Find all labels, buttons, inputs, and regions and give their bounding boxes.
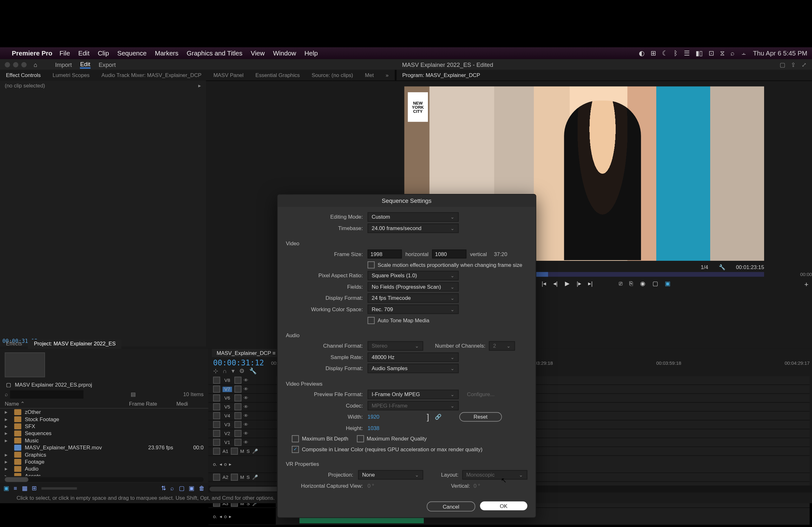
project-item[interactable]: ▸Graphics bbox=[0, 451, 208, 458]
menu-window[interactable]: Window bbox=[273, 50, 296, 57]
timebase-select[interactable]: 24.00 frames/second⌄ bbox=[368, 223, 459, 233]
freeform-icon[interactable]: ⊞ bbox=[32, 484, 37, 491]
tab-source[interactable]: Source: (no clips) bbox=[306, 72, 359, 78]
menu-view[interactable]: View bbox=[250, 50, 264, 57]
menu-clip[interactable]: Clip bbox=[98, 50, 109, 57]
program-zoom[interactable]: 1/4 bbox=[701, 264, 708, 270]
menu-graphics[interactable]: Graphics and Titles bbox=[187, 50, 243, 57]
tab-project[interactable]: Project: MASV Explainer 2022_ES bbox=[28, 340, 121, 349]
minimize-icon[interactable] bbox=[13, 62, 18, 67]
link-icon[interactable]: 🔗 bbox=[435, 414, 441, 420]
project-item[interactable]: ▸Music bbox=[0, 437, 208, 444]
wrench-icon[interactable]: 🔧 bbox=[249, 368, 256, 375]
close-icon[interactable] bbox=[5, 62, 10, 67]
tray-icon[interactable]: ☰ bbox=[684, 49, 690, 57]
find-icon[interactable]: ⌕ bbox=[170, 484, 174, 491]
cancel-button[interactable]: Cancel bbox=[426, 501, 475, 511]
out-point-icon[interactable]: ▸| bbox=[588, 280, 593, 287]
tab-metadata[interactable]: Met bbox=[359, 72, 380, 78]
step-back-icon[interactable]: ◂| bbox=[553, 280, 557, 287]
tray-icon[interactable]: ☾ bbox=[662, 49, 668, 57]
tab-lumetri-scopes[interactable]: Lumetri Scopes bbox=[47, 72, 96, 78]
tab-audio-track-mixer[interactable]: Audio Track Mixer: MASV_Explainer_DCP bbox=[96, 72, 207, 78]
pixel-aspect-select[interactable]: Square Pixels (1.0)⌄ bbox=[368, 271, 459, 281]
control-center-icon[interactable]: ⫠ bbox=[741, 50, 747, 57]
tray-icon[interactable]: ⊡ bbox=[709, 49, 714, 57]
preview-height[interactable]: 1038 bbox=[368, 425, 379, 431]
timeline-sequence-tab[interactable]: MASV_Explainer_DCP ≡ bbox=[212, 349, 280, 357]
display-format-select[interactable]: 24 fps Timecode⌄ bbox=[368, 293, 459, 303]
trash-icon[interactable]: 🗑 bbox=[199, 484, 205, 491]
audio-display-format-select[interactable]: Audio Samples⌄ bbox=[368, 364, 459, 373]
icon-view-icon[interactable]: ▦ bbox=[22, 484, 27, 491]
project-list[interactable]: ▸zOther▸Stock Footage▸SFX▸Sequences▸Musi… bbox=[0, 408, 208, 476]
menu-file[interactable]: File bbox=[60, 50, 70, 57]
ok-button[interactable]: OK bbox=[480, 501, 527, 510]
snap-icon[interactable]: ⊹ bbox=[213, 368, 218, 375]
col-name[interactable]: Name ⌃ bbox=[5, 401, 129, 407]
project-search-input[interactable] bbox=[10, 390, 84, 398]
project-item[interactable]: ▸Sequences bbox=[0, 430, 208, 437]
menu-sequence[interactable]: Sequence bbox=[117, 50, 147, 57]
link-icon[interactable]: ∩ bbox=[223, 368, 227, 375]
tab-effects[interactable]: Effects bbox=[0, 340, 28, 349]
project-item[interactable]: ▸zOther bbox=[0, 408, 208, 416]
app-name[interactable]: Premiere Pro bbox=[12, 50, 52, 57]
editing-mode-select[interactable]: Custom⌄ bbox=[368, 212, 459, 222]
timeline-timecode[interactable]: 00:00:31:12 bbox=[213, 358, 264, 367]
project-thumbnail[interactable] bbox=[5, 352, 45, 377]
workspace-export[interactable]: Export bbox=[99, 61, 116, 68]
arrow-icon[interactable]: ▸ bbox=[198, 83, 201, 89]
reset-button[interactable]: Reset bbox=[459, 412, 502, 422]
add-button-icon[interactable]: + bbox=[804, 280, 809, 288]
tab-program[interactable]: Program: MASV_Explainer_DCP bbox=[396, 72, 486, 78]
auto-tone-map-checkbox[interactable] bbox=[368, 317, 375, 323]
menubar-datetime[interactable]: Thu Apr 6 5:45 PM bbox=[753, 50, 807, 57]
comparison-icon[interactable]: ▣ bbox=[665, 280, 670, 287]
projection-select[interactable]: None⌄ bbox=[358, 470, 423, 480]
project-item[interactable]: ▸Assets bbox=[0, 472, 208, 476]
extract-icon[interactable]: ⎘ bbox=[629, 280, 633, 287]
project-item[interactable]: ▸Stock Footage bbox=[0, 416, 208, 423]
wrench-icon[interactable]: 🔧 bbox=[719, 264, 725, 270]
quick-export-icon[interactable]: ▢ bbox=[780, 61, 785, 68]
home-icon[interactable]: ⌂ bbox=[34, 61, 37, 68]
export-frame-icon[interactable]: ▢ bbox=[652, 280, 658, 287]
scale-motion-checkbox[interactable] bbox=[368, 261, 375, 268]
zoom-icon[interactable] bbox=[21, 62, 27, 67]
new-item-icon[interactable]: ▣ bbox=[3, 484, 9, 491]
marker-icon[interactable]: ▾ bbox=[232, 368, 234, 375]
project-item[interactable]: ▸Audio bbox=[0, 466, 208, 472]
sort-icon[interactable]: ⇅ bbox=[161, 484, 166, 491]
tab-overflow-icon[interactable]: » bbox=[380, 72, 395, 78]
col-framerate[interactable]: Frame Rate bbox=[129, 401, 176, 407]
sample-rate-select[interactable]: 48000 Hz⌄ bbox=[368, 352, 459, 362]
battery-icon[interactable]: ▮▯ bbox=[696, 49, 702, 57]
folder-icon[interactable]: ▤ bbox=[131, 391, 136, 397]
project-item[interactable]: ▸Footage bbox=[0, 458, 208, 465]
search-icon[interactable]: ⌕ bbox=[730, 50, 735, 57]
new-bin-icon[interactable]: ▢ bbox=[179, 484, 184, 491]
frame-height-input[interactable]: 1080 bbox=[432, 250, 466, 258]
search-icon[interactable]: ⌕ bbox=[5, 391, 8, 397]
tab-masv-panel[interactable]: MASV Panel bbox=[207, 72, 250, 78]
col-media[interactable]: Medi bbox=[176, 401, 188, 407]
camera-icon[interactable]: ◉ bbox=[640, 280, 646, 287]
lift-icon[interactable]: ⎚ bbox=[619, 280, 622, 287]
list-view-icon[interactable]: ≡ bbox=[14, 484, 17, 491]
menu-markers[interactable]: Markers bbox=[155, 50, 178, 57]
workspace-import[interactable]: Import bbox=[55, 61, 72, 68]
maximize-icon[interactable]: ⤢ bbox=[801, 61, 806, 68]
new-item-icon[interactable]: ▣ bbox=[189, 484, 194, 491]
project-hscroll[interactable] bbox=[5, 477, 204, 482]
step-forward-icon[interactable]: |▸ bbox=[577, 280, 581, 287]
max-bit-depth-checkbox[interactable] bbox=[292, 435, 299, 442]
fields-select[interactable]: No Fields (Progressive Scan)⌄ bbox=[368, 282, 459, 291]
in-point-icon[interactable]: |◂ bbox=[541, 280, 546, 287]
preview-width[interactable]: 1920 bbox=[368, 414, 379, 420]
share-icon[interactable]: ⇪ bbox=[791, 61, 796, 68]
project-item[interactable]: ▸SFX bbox=[0, 423, 208, 430]
workspace-edit[interactable]: Edit bbox=[80, 61, 90, 68]
color-space-select[interactable]: Rec. 709⌄ bbox=[368, 304, 459, 314]
preview-format-select[interactable]: I-Frame Only MPEG⌄ bbox=[368, 390, 459, 399]
